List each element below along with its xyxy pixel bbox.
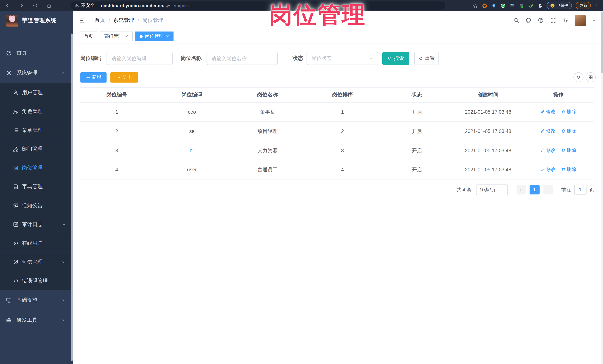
edit-link[interactable]: 修改 <box>540 166 556 173</box>
delete-link[interactable]: 删除 <box>561 128 576 134</box>
breadcrumb-item[interactable]: 首页 <box>95 17 105 24</box>
search-button[interactable]: 搜索 <box>382 52 409 65</box>
main-content: 岗位编码 岗位名称 状态 岗位状态 搜索 重置 新增 导出 <box>73 43 603 364</box>
browser-menu-icon[interactable] <box>595 3 599 8</box>
user-avatar[interactable] <box>575 15 586 26</box>
annotation-watermark: 岗位管理 <box>269 2 366 28</box>
cell-code: hr <box>154 141 230 160</box>
sidebar-scrollbar[interactable] <box>71 33 73 361</box>
cell-id: 3 <box>80 141 154 160</box>
edit-link[interactable]: 修改 <box>540 147 556 154</box>
font-size-icon[interactable] <box>562 17 568 23</box>
bookmark-star-icon[interactable] <box>473 3 478 8</box>
edit-link[interactable]: 修改 <box>540 109 556 115</box>
code-icon <box>13 278 19 284</box>
sidebar-item-user[interactable]: 用户管理 <box>0 83 73 102</box>
sidebar-item-label: 部门管理 <box>22 145 43 152</box>
prev-page-button[interactable] <box>516 185 526 195</box>
tab-home[interactable]: 首页 <box>80 32 97 41</box>
edit-link[interactable]: 修改 <box>540 128 556 134</box>
cell-name: 董事长 <box>230 102 305 122</box>
sidebar: 芋道管理系统 首页系统管理用户管理角色管理菜单管理部门管理岗位管理字典管理通知公… <box>0 11 73 364</box>
browser-home-icon[interactable] <box>46 3 52 9</box>
breadcrumb-item[interactable]: 系统管理 <box>113 17 134 24</box>
app-title: 芋道管理系统 <box>22 17 57 24</box>
export-button[interactable]: 导出 <box>110 72 138 83</box>
tag-tabs-bar: 首页部门管理岗位管理 <box>73 30 603 44</box>
delete-link[interactable]: 删除 <box>561 109 576 115</box>
sidebar-item-label: 字典管理 <box>22 183 43 190</box>
goto-page-input[interactable] <box>574 185 586 195</box>
user-menu-caret-icon[interactable] <box>592 18 596 22</box>
filter-status-select[interactable]: 岗位状态 <box>307 52 378 65</box>
extension-icon[interactable] <box>500 3 506 8</box>
close-icon[interactable] <box>125 35 128 38</box>
filter-code-input[interactable] <box>106 52 173 65</box>
extensions-menu-icon[interactable] <box>537 3 543 8</box>
cell-created: 2021-01-05 17:03:48 <box>454 102 522 122</box>
close-icon[interactable] <box>166 35 169 38</box>
github-icon[interactable] <box>525 17 532 23</box>
delete-link[interactable]: 删除 <box>561 147 576 154</box>
extension-icon[interactable] <box>510 3 515 8</box>
help-icon[interactable] <box>538 17 544 23</box>
sidebar-toggle-icon[interactable] <box>79 17 85 23</box>
filter-name-input[interactable] <box>207 52 278 65</box>
page-scrollbar[interactable] <box>601 11 603 364</box>
refresh-icon <box>418 56 423 61</box>
cell-code: user <box>154 160 230 179</box>
sidebar-item-users[interactable]: 角色管理 <box>0 102 73 121</box>
update-button[interactable]: 更新 <box>576 2 591 9</box>
arrow-left-icon <box>519 188 523 192</box>
browser-reload-icon[interactable] <box>32 3 38 9</box>
extension-icon[interactable] <box>482 3 487 8</box>
edit-icon <box>540 148 545 153</box>
column-header: 岗位编码 <box>154 87 230 102</box>
screenshot-root: 不安全 dashboard.yudao.iocoder.cn/system/po… <box>0 0 603 364</box>
browser-forward-icon[interactable] <box>18 3 24 9</box>
paused-badge[interactable]: 已暂停 <box>546 2 572 9</box>
sidebar-item-badge[interactable]: 岗位管理 <box>0 158 73 177</box>
reset-button[interactable]: 重置 <box>414 52 439 65</box>
sidebar-item-editlog[interactable]: 审计日志 <box>0 215 73 234</box>
sidebar-item-list[interactable]: 菜单管理 <box>0 121 73 140</box>
fullscreen-icon[interactable] <box>550 17 556 23</box>
table-header-row: 岗位编号岗位编码岗位名称岗位排序状态创建时间操作 <box>80 87 594 102</box>
sidebar-item-code[interactable]: 错误码管理 <box>0 271 73 290</box>
sidebar-item-label: 用户管理 <box>22 89 43 96</box>
extension-icon[interactable] <box>491 3 496 8</box>
scrollbar-thumb[interactable] <box>601 12 603 73</box>
sidebar-item-online[interactable]: 在线用户 <box>0 234 73 253</box>
cell-created: 2021-01-05 17:03:48 <box>454 122 522 141</box>
chevron-down-icon <box>62 222 66 227</box>
tab-post[interactable]: 岗位管理 <box>135 32 173 41</box>
sidebar-item-infra[interactable]: 基础设施 <box>0 290 73 310</box>
sidebar-item-dashboard[interactable]: 首页 <box>0 43 73 63</box>
cell-name: 普通员工 <box>230 160 305 179</box>
sidebar-item-gear[interactable]: 系统管理 <box>0 63 73 83</box>
sidebar-item-tools[interactable]: 研发工具 <box>0 310 73 330</box>
sidebar-item-book[interactable]: 字典管理 <box>0 177 73 196</box>
app-logo[interactable]: 芋道管理系统 <box>0 11 73 30</box>
refresh-table-button[interactable] <box>573 72 583 82</box>
extension-icon[interactable] <box>519 3 524 8</box>
extension-icon[interactable] <box>528 3 533 8</box>
sidebar-item-bubble[interactable]: 通知公告 <box>0 196 73 215</box>
next-page-button[interactable] <box>543 185 553 195</box>
tab-dept[interactable]: 部门管理 <box>100 32 133 41</box>
address-bar[interactable]: 不安全 dashboard.yudao.iocoder.cn/system/po… <box>70 1 445 10</box>
chevron-down-icon <box>500 188 504 192</box>
sidebar-item-tree[interactable]: 部门管理 <box>0 139 73 158</box>
sidebar-item-shield[interactable]: 短信管理 <box>0 253 73 271</box>
column-settings-button[interactable] <box>586 72 596 82</box>
add-button[interactable]: 新增 <box>80 72 106 83</box>
cell-status: 开启 <box>380 160 454 179</box>
browser-back-icon[interactable] <box>5 3 10 9</box>
cell-code: ceo <box>154 102 230 122</box>
sidebar-item-label: 错误码管理 <box>22 277 48 284</box>
not-secure-label: 不安全 <box>81 3 94 9</box>
global-search-icon[interactable] <box>513 17 519 23</box>
page-size-select[interactable]: 10条/页 <box>476 185 507 195</box>
delete-link[interactable]: 删除 <box>561 166 576 173</box>
page-number-current[interactable]: 1 <box>530 185 540 195</box>
